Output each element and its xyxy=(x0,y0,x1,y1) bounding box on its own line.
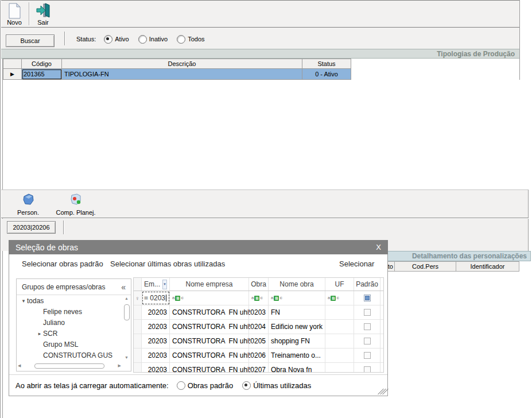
column-header-codigo[interactable]: Código xyxy=(22,59,62,69)
row-selector-cell[interactable] xyxy=(134,334,142,348)
status-option-ativo[interactable]: Ativo xyxy=(104,35,129,44)
cell-empresa[interactable]: 20203 xyxy=(142,320,170,334)
padrao-filter-checkbox[interactable] xyxy=(354,291,380,305)
padrao-checkbox[interactable] xyxy=(364,309,371,316)
cell-nome-empresa[interactable]: CONSTRUTORA FN uhhb xyxy=(170,363,249,373)
vertical-scroll-thumb[interactable] xyxy=(124,304,130,320)
cell-padrao[interactable] xyxy=(354,334,380,348)
cell-nome-obra[interactable]: Treinamento o... xyxy=(269,349,325,362)
obra-filter-cell[interactable]: aBc xyxy=(249,291,269,305)
tree-item-juliano[interactable]: Juliano xyxy=(17,317,122,328)
person-button[interactable]: Person. xyxy=(10,192,46,217)
padrao-checkbox[interactable] xyxy=(364,352,371,359)
obra-row-20203[interactable]: 20203CONSTRUTORA FN uhhb20203FN xyxy=(134,305,383,320)
detail-column-header-2[interactable]: Identificador xyxy=(456,261,519,272)
padrao-checkbox[interactable] xyxy=(364,366,371,373)
column-header-status[interactable]: Status xyxy=(302,59,351,69)
row-selector-cell[interactable] xyxy=(134,349,142,362)
cell-padrao[interactable] xyxy=(354,363,380,373)
cell-codigo[interactable]: 201365 xyxy=(22,69,62,80)
scroll-down-icon[interactable]: ▼ xyxy=(123,355,130,359)
typology-row[interactable]: ▶ 201365 TIPOLOGIA-FN 0 - Ativo xyxy=(3,69,352,80)
tree-vertical-scrollbar[interactable]: ▲ ▼ xyxy=(123,296,130,359)
cell-nome-obra[interactable]: Edificio new york xyxy=(269,320,325,334)
cell-nome-empresa[interactable]: CONSTRUTORA FN uhhb xyxy=(170,320,249,334)
detail-column-header-1[interactable]: Cod.Pers xyxy=(394,261,456,272)
scroll-up-icon[interactable]: ▲ xyxy=(123,296,130,300)
status-radio-inativo[interactable] xyxy=(138,35,147,44)
tree-expanded-icon[interactable]: ▾ xyxy=(20,298,27,304)
cell-nome-obra[interactable]: FN xyxy=(269,305,325,319)
cell-nome-obra[interactable]: shopping FN xyxy=(269,334,325,348)
cell-obra[interactable]: 20204 xyxy=(249,320,269,334)
cell-uf[interactable] xyxy=(325,334,354,348)
scroll-left-icon[interactable]: ◀ xyxy=(18,363,21,368)
obra-row-20204[interactable]: 20203CONSTRUTORA FN uhhb20204Edificio ne… xyxy=(134,320,383,334)
sair-button[interactable]: Sair xyxy=(31,2,55,27)
status-radio-ativo[interactable] xyxy=(104,35,112,44)
tree-item-scr[interactable]: ▸SCR xyxy=(17,328,122,339)
padrao-checkbox[interactable] xyxy=(364,338,371,345)
row-selector-header[interactable] xyxy=(3,59,22,69)
indeterminate-checkbox-icon[interactable] xyxy=(364,295,371,301)
status-radio-todos[interactable] xyxy=(177,35,185,44)
cell-uf[interactable] xyxy=(325,320,354,334)
cell-uf[interactable] xyxy=(325,305,354,319)
cell-padrao[interactable] xyxy=(354,320,380,334)
scroll-right-icon[interactable]: ▶ xyxy=(118,363,121,368)
empresa-filter-input[interactable]: = 0203 xyxy=(142,291,170,305)
select-recent-obras-link[interactable]: Selecionar últimas obras utilizadas xyxy=(110,260,225,268)
selecionar-link[interactable]: Selecionar xyxy=(339,260,374,268)
row-selector-cell[interactable] xyxy=(134,363,142,373)
column-header-empresa[interactable]: Em... ▼ xyxy=(142,278,170,291)
obra-row-20206[interactable]: 20203CONSTRUTORA FN uhhb20206Treinamento… xyxy=(134,349,383,363)
tree-item-felipe-neves[interactable]: Felipe neves xyxy=(17,306,122,317)
cell-obra[interactable]: 20207 xyxy=(249,363,269,373)
tree-item-construtora-gus[interactable]: CONSTRUTORA GUS xyxy=(17,350,122,359)
column-header-nome-obra[interactable]: Nome obra xyxy=(269,278,325,291)
tree-collapsed-icon[interactable]: ▸ xyxy=(36,331,43,336)
nome-obra-filter-cell[interactable]: aBc xyxy=(269,291,325,305)
status-option-todos[interactable]: Todos xyxy=(177,35,204,44)
uf-filter-cell[interactable]: aBc xyxy=(325,291,354,305)
cell-uf[interactable] xyxy=(325,363,354,373)
auto-load-radio-0[interactable] xyxy=(177,381,185,390)
padrao-checkbox[interactable] xyxy=(364,323,371,330)
comp-planej-button[interactable]: Comp. Planej. xyxy=(49,192,102,217)
tree-horizontal-scrollbar[interactable]: ◀ ▶ xyxy=(18,362,121,369)
buscar-button[interactable]: Buscar xyxy=(6,34,55,47)
tree-item-todas[interactable]: ▾todas xyxy=(17,295,122,306)
em-filter-dropdown-icon[interactable]: ▼ xyxy=(162,280,167,289)
cell-empresa[interactable]: 20203 xyxy=(142,334,170,348)
novo-button[interactable]: Novo xyxy=(2,2,26,27)
nome-empresa-filter-cell[interactable]: aBc xyxy=(170,291,249,305)
cell-empresa[interactable]: 20203 xyxy=(142,305,170,319)
tab-obras-20203-20206[interactable]: 20203|20206 xyxy=(7,221,56,234)
row-selector-cell[interactable] xyxy=(134,320,142,334)
select-default-obras-link[interactable]: Selecionar obras padrão xyxy=(22,260,103,268)
column-header-padrao[interactable]: Padrão xyxy=(354,278,380,291)
cell-obra[interactable]: 20206 xyxy=(249,349,269,362)
auto-load-option-1[interactable]: Últimas utilizadas xyxy=(242,381,311,390)
column-header-obra[interactable]: Obra xyxy=(249,278,269,291)
cell-padrao[interactable] xyxy=(354,305,380,319)
horizontal-scroll-thumb[interactable] xyxy=(34,363,104,369)
cell-empresa[interactable]: 20203 xyxy=(142,363,170,373)
close-icon[interactable]: X xyxy=(376,243,381,251)
dialog-resize-grip[interactable] xyxy=(378,387,386,394)
cell-uf[interactable] xyxy=(325,349,354,362)
row-selector-cell[interactable] xyxy=(134,305,142,319)
auto-load-radio-1[interactable] xyxy=(242,381,251,390)
column-header-nome-empresa[interactable]: Nome empresa xyxy=(170,278,249,291)
dialog-title-bar[interactable]: Seleção de obras X xyxy=(9,240,388,254)
cell-padrao[interactable] xyxy=(354,349,380,362)
cell-nome-empresa[interactable]: CONSTRUTORA FN uhhb xyxy=(170,349,249,362)
cell-nome-empresa[interactable]: CONSTRUTORA FN uhhb xyxy=(170,305,249,319)
cell-status[interactable]: 0 - Ativo xyxy=(302,69,351,80)
auto-load-option-0[interactable]: Obras padrão xyxy=(177,381,234,390)
cell-obra[interactable]: 20205 xyxy=(249,334,269,348)
cell-descricao[interactable]: TIPOLOGIA-FN xyxy=(62,69,302,80)
cell-nome-obra[interactable]: Obra Nova fn xyxy=(269,363,325,373)
column-header-descricao[interactable]: Descrição xyxy=(62,59,302,69)
cell-empresa[interactable]: 20203 xyxy=(142,349,170,362)
